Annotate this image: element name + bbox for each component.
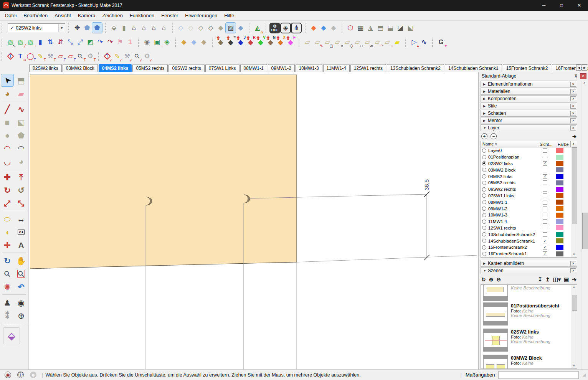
- line-tool[interactable]: ╱: [1, 103, 13, 115]
- green-wireframe-icon[interactable]: ◈: [162, 37, 172, 47]
- section-close-icon[interactable]: ✕: [570, 268, 576, 273]
- curve-arrow-blue-icon[interactable]: ↷: [95, 37, 105, 47]
- right-view-icon[interactable]: ⌂: [159, 23, 169, 33]
- add-scene-icon[interactable]: ⊕: [489, 276, 494, 283]
- green-blue-panel-icon[interactable]: ◩: [85, 37, 95, 47]
- drape-icon[interactable]: ⬓: [385, 23, 395, 33]
- label-card-2-icon[interactable]: ▱T: [65, 51, 75, 61]
- remove-layer-icon[interactable]: −: [491, 133, 497, 139]
- layer-row[interactable]: 13SchubladenSchrank2: [481, 231, 577, 238]
- hidden-line-style-icon[interactable]: ◇: [206, 23, 216, 33]
- label-circle-icon[interactable]: ◯T: [25, 51, 35, 61]
- layer-radio[interactable]: [482, 213, 486, 217]
- front-view-icon[interactable]: ⌂: [129, 23, 139, 33]
- scene-item[interactable]: 02SW2 linksFoto: KeineKeine Beschreibung: [481, 327, 577, 353]
- tray-section-mentor[interactable]: ▶Mentor✕: [481, 117, 577, 124]
- section-close-icon[interactable]: ✕: [570, 96, 576, 101]
- diagonal-arrow-nw-icon[interactable]: ⤢: [75, 37, 85, 47]
- column-header-color[interactable]: Farbe: [556, 141, 571, 147]
- protractor-tool[interactable]: ◖: [1, 226, 13, 238]
- origami-plugin-tool[interactable]: ⬙: [3, 327, 20, 344]
- layer-visible-checkbox[interactable]: [543, 180, 547, 185]
- scene-select-combo[interactable]: ✓ 02SW2 links ▼: [8, 23, 65, 32]
- scene-tab-13[interactable]: 14Schubladen Schrank1: [445, 64, 502, 72]
- toolbar-grip[interactable]: [266, 23, 268, 33]
- look-around-tool[interactable]: ◉: [15, 296, 27, 309]
- pushpull-r-icon[interactable]: ◆⇧R: [246, 37, 256, 47]
- menu-ansicht[interactable]: Ansicht: [51, 11, 74, 20]
- layer-row[interactable]: 08MW1-1: [481, 199, 577, 205]
- mirror-icon[interactable]: ◭◮: [253, 23, 263, 33]
- axes-tool[interactable]: ✛: [1, 239, 13, 251]
- tray-close-icon[interactable]: ✕: [580, 73, 586, 79]
- textured-style-icon[interactable]: ▨: [226, 23, 236, 33]
- arrows-down-up-icon[interactable]: ⇵: [55, 37, 65, 47]
- layer-color-swatch[interactable]: [556, 167, 563, 172]
- section-close-icon[interactable]: ✕: [570, 89, 576, 94]
- scene-item[interactable]: 03MW2 BlockFoto: Keine: [481, 353, 577, 369]
- remove-scene-icon[interactable]: ⊖: [496, 276, 501, 283]
- model-canvas[interactable]: 36,5: [29, 72, 479, 369]
- menu-erweiterungen[interactable]: Erweiterungen: [182, 11, 221, 20]
- cube-gold-icon[interactable]: ◆: [179, 37, 189, 47]
- layer-color-swatch[interactable]: [556, 180, 563, 185]
- layer-row[interactable]: 05MS2 rechts: [481, 180, 577, 186]
- flap-lasso-icon[interactable]: ▱◌: [382, 37, 392, 47]
- tray-scroll-thumb[interactable]: [582, 213, 588, 249]
- green-box-icon[interactable]: ▣◦: [152, 37, 162, 47]
- push-pull-tool[interactable]: ⤒: [15, 171, 27, 183]
- layer-visible-checkbox[interactable]: [543, 213, 547, 217]
- tray-section-komponenten[interactable]: ▶Komponenten✕: [481, 95, 577, 102]
- layer-scroll-up-icon[interactable]: ∧: [571, 141, 577, 147]
- layer-color-swatch[interactable]: [556, 174, 563, 179]
- scene-tab-8[interactable]: 09MW1-2: [268, 64, 295, 72]
- cube-blue-icon[interactable]: ◆: [319, 23, 329, 33]
- label-gear-icon[interactable]: ⚙T: [85, 51, 95, 61]
- layer-visible-checkbox[interactable]: ✓: [543, 239, 547, 243]
- layer-visible-checkbox[interactable]: [543, 148, 547, 153]
- offset-tool[interactable]: ⤡: [15, 197, 27, 209]
- label-edit-icon[interactable]: ✎T: [35, 51, 45, 61]
- scene-scroll-down-icon[interactable]: ∨: [571, 363, 577, 368]
- layer-row[interactable]: 12SW1 rechts: [481, 225, 577, 231]
- diagonal-arrow-ne-icon[interactable]: ⤡: [65, 37, 75, 47]
- cube-orange-icon[interactable]: ◆: [309, 23, 319, 33]
- scene-tab-5[interactable]: 06SW2 rechts: [168, 64, 204, 72]
- tab-scroll-left-icon[interactable]: ◀: [576, 64, 581, 71]
- back-edges-style-icon[interactable]: ◇: [186, 23, 196, 33]
- scene-tab-14[interactable]: 15Fronten Schrank2: [503, 64, 552, 72]
- layer-radio[interactable]: [482, 207, 486, 211]
- tab-scroll-right-icon[interactable]: ▶: [582, 64, 587, 71]
- layer-radio[interactable]: [482, 149, 486, 153]
- section-close-icon[interactable]: ✕: [570, 111, 576, 116]
- rotate-tool[interactable]: ↻: [1, 184, 13, 196]
- tray-section-materialien[interactable]: ▶Materialien✕: [481, 88, 577, 95]
- pushpull-equal-icon[interactable]: ◆⇧=: [226, 37, 236, 47]
- layer-visible-checkbox[interactable]: [543, 193, 547, 198]
- label-points-icon[interactable]: T••: [15, 51, 25, 61]
- layer-color-swatch[interactable]: [556, 161, 563, 166]
- section-close-icon[interactable]: ✕: [570, 118, 576, 123]
- show-thumbnails-icon[interactable]: ▣: [564, 276, 569, 283]
- layer-radio[interactable]: [482, 155, 486, 159]
- toolbar-grip[interactable]: [172, 23, 174, 33]
- layer-radio[interactable]: [482, 187, 486, 192]
- pushpull-plain-icon[interactable]: ◆⇧: [216, 37, 226, 47]
- circle-tool[interactable]: ●: [1, 129, 13, 141]
- label-find-icon[interactable]: ⚲T: [75, 51, 85, 61]
- layer-visible-checkbox[interactable]: [543, 219, 547, 224]
- menu-kamera[interactable]: Kamera: [74, 11, 99, 20]
- layer-color-swatch[interactable]: [556, 238, 563, 243]
- orbit-tool[interactable]: ↻: [1, 254, 13, 267]
- tray-section-elementinformationen[interactable]: ▶Elementinformationen✕: [481, 81, 577, 88]
- align-view-active-icon[interactable]: ⬟: [92, 23, 102, 33]
- follow-me-tool[interactable]: ↺: [15, 184, 27, 196]
- flap-ellipse-icon[interactable]: ▱⬭: [352, 37, 362, 47]
- s-curve-icon[interactable]: ∿: [419, 37, 429, 47]
- toolbar-grip[interactable]: [432, 38, 434, 47]
- scene-tab-1[interactable]: 02SW2 links: [29, 64, 62, 72]
- chevron-down-icon[interactable]: ▼: [58, 24, 65, 32]
- layer-color-swatch[interactable]: [556, 148, 563, 153]
- layer-row[interactable]: 06SW2 rechts: [481, 186, 577, 193]
- layer-color-swatch[interactable]: [556, 251, 563, 256]
